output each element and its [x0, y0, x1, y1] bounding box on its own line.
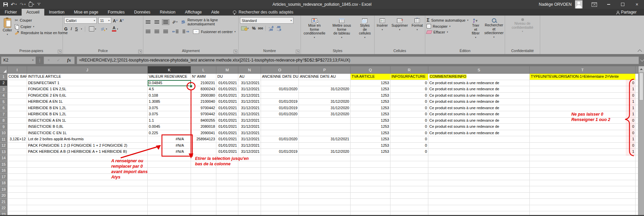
- tab-donnees[interactable]: Données: [129, 9, 155, 16]
- cell-I5[interactable]: [7, 99, 27, 105]
- redo-button[interactable]: ↷▾: [20, 2, 25, 7]
- cell-N9[interactable]: 31/12/2021: [238, 124, 261, 130]
- cell-O9[interactable]: [261, 124, 299, 130]
- cell-O17[interactable]: [261, 174, 299, 180]
- cell-J1[interactable]: INTITULE ARTICLE: [27, 74, 148, 80]
- cell-R18[interactable]: [390, 180, 428, 187]
- cell-O5[interactable]: 01/01/2019: [261, 99, 299, 105]
- cut-button[interactable]: ✂Couper: [15, 18, 68, 23]
- row-header-21[interactable]: 21: [0, 199, 7, 205]
- cancel-entry-button[interactable]: ×: [47, 58, 50, 63]
- cell-Q13[interactable]: 1253: [351, 149, 390, 155]
- cell-I2[interactable]: [7, 80, 27, 87]
- cell-M7[interactable]: 01/01/2021: [216, 111, 238, 118]
- accounting-format-button[interactable]: ▾: [240, 26, 250, 31]
- cell-J9[interactable]: INSECTICIDE B 0,8L: [27, 124, 148, 130]
- cell-O8[interactable]: [261, 118, 299, 124]
- cell-T21[interactable]: [530, 199, 636, 205]
- cell-K1[interactable]: VALEUR REDEVANCE: [148, 74, 191, 80]
- cell-O18[interactable]: [261, 180, 299, 187]
- insert-function-button[interactable]: fx: [67, 57, 71, 63]
- cell-Q9[interactable]: 1253: [351, 124, 390, 130]
- cell-O13[interactable]: 01/01/2019: [261, 149, 299, 155]
- cell-P2[interactable]: [299, 80, 351, 87]
- save-icon[interactable]: [3, 2, 8, 7]
- cell-P16[interactable]: [299, 168, 351, 174]
- sensitivity-button[interactable]: Niveau de confidentialité▾: [510, 17, 534, 47]
- cell-O14[interactable]: [261, 155, 299, 162]
- cell-S4[interactable]: Ce produit est soumis à une redevance de: [428, 93, 530, 99]
- cell-S12[interactable]: [428, 143, 530, 149]
- row-header-13[interactable]: 13: [0, 149, 7, 155]
- cell-Q2[interactable]: 1253: [351, 80, 390, 87]
- cell-Q7[interactable]: 1253: [351, 111, 390, 118]
- tab-insertion[interactable]: Insertion: [44, 9, 69, 16]
- decrease-decimal-button[interactable]: .00→,0: [276, 26, 281, 31]
- column-header-K[interactable]: K: [148, 66, 191, 74]
- sort-filter-button[interactable]: AZ▼ Trier et filtrer▾: [470, 17, 481, 47]
- cell-P13[interactable]: 31/12/2020: [299, 149, 351, 155]
- cell-L22[interactable]: [191, 205, 216, 212]
- cell-T13[interactable]: 1: [530, 149, 636, 155]
- shrink-font-button[interactable]: A▼: [120, 18, 124, 23]
- cell-K17[interactable]: [148, 174, 191, 180]
- cell-R17[interactable]: [390, 174, 428, 180]
- cell-N19[interactable]: [238, 186, 261, 193]
- cell-I20[interactable]: [7, 193, 27, 199]
- cell-T17[interactable]: [530, 174, 636, 180]
- cell-N14[interactable]: [238, 155, 261, 162]
- cell-M3[interactable]: 01/01/2021: [216, 86, 238, 93]
- cell-partial[interactable]: [636, 86, 638, 93]
- increase-decimal-button[interactable]: ←.0,00: [268, 26, 273, 31]
- cell-S8[interactable]: Ce produit est soumis à une redevance de: [428, 118, 530, 124]
- cell-R12[interactable]: 0: [390, 143, 428, 149]
- cell-P5[interactable]: 31/12/2020: [299, 99, 351, 105]
- cell-R7[interactable]: 0: [390, 111, 428, 118]
- cell-O1[interactable]: ANCIENNE DATE DU: [261, 74, 299, 80]
- cell-partial[interactable]: [636, 93, 638, 99]
- confirm-entry-button[interactable]: ✓: [57, 58, 60, 63]
- share-button[interactable]: Partager: [616, 9, 644, 16]
- cell-R13[interactable]: 0: [390, 149, 428, 155]
- cell-K14[interactable]: [148, 155, 191, 162]
- cell-partial[interactable]: [636, 155, 638, 162]
- row-header-1[interactable]: 1: [0, 74, 7, 80]
- cell-partial[interactable]: [636, 111, 638, 118]
- cell-K16[interactable]: [148, 168, 191, 174]
- cell-I22[interactable]: [7, 205, 27, 212]
- bold-button[interactable]: G: [64, 27, 68, 31]
- cell-L11[interactable]: 258964123: [191, 136, 216, 143]
- cell-R8[interactable]: 0: [390, 118, 428, 124]
- conditional-formatting-button[interactable]: ≠ Mise en forme conditionnelle▾: [302, 17, 327, 47]
- cell-I3[interactable]: [7, 86, 27, 93]
- cell-partial[interactable]: [636, 143, 638, 149]
- cell-J13[interactable]: PACK HERBICIDE A B (3 HERBICIDE A + 1 HE…: [27, 149, 148, 155]
- cell-partial[interactable]: [636, 118, 638, 124]
- autosum-button[interactable]: ΣSomme automatique▾: [427, 18, 468, 22]
- row-header-3[interactable]: 3: [0, 86, 7, 93]
- cell-Q4[interactable]: 1253: [351, 93, 390, 99]
- cell-partial[interactable]: [636, 174, 638, 180]
- cell-J7[interactable]: HERBICIDE B EN 1,2L: [27, 111, 148, 118]
- cell-M8[interactable]: 01/01/2021: [216, 118, 238, 124]
- cell-S22[interactable]: [428, 205, 530, 212]
- cell-R14[interactable]: [390, 155, 428, 162]
- format-cells-button[interactable]: ↔ Format▾: [410, 17, 424, 47]
- cell-S9[interactable]: Ce produit est soumis à une redevance de: [428, 124, 530, 130]
- cell-J22[interactable]: [27, 205, 148, 212]
- cell-partial[interactable]: [636, 168, 638, 174]
- cell-L14[interactable]: [191, 155, 216, 162]
- cell-I18[interactable]: [7, 180, 27, 187]
- cell-N5[interactable]: 31/12/2021: [238, 99, 261, 105]
- comma-style-button[interactable]: 000: [258, 27, 263, 30]
- avatar[interactable]: [575, 0, 582, 8]
- fill-color-button[interactable]: ▾: [100, 26, 108, 32]
- cell-M5[interactable]: 01/01/2021: [216, 99, 238, 105]
- cell-J20[interactable]: [27, 193, 148, 199]
- cell-O2[interactable]: [261, 80, 299, 87]
- cell-P15[interactable]: [299, 161, 351, 168]
- cell-I10[interactable]: [7, 130, 27, 137]
- collapse-ribbon-button[interactable]: [638, 49, 642, 54]
- cell-P7[interactable]: 31/12/2020: [299, 111, 351, 118]
- column-header-M[interactable]: M: [216, 66, 238, 74]
